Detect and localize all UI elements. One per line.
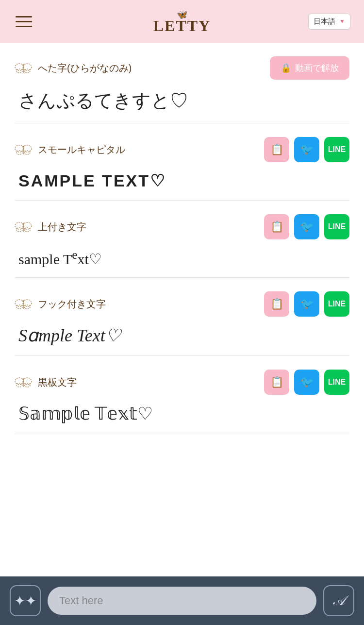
copy-icon-3: 📋: [270, 298, 283, 310]
section-hook-title: フック付き文字: [38, 298, 106, 311]
line-button-hook[interactable]: LINE: [324, 291, 349, 317]
section-title-area-2: スモールキャピタル: [15, 143, 125, 156]
section-hook: フック付き文字 📋 🐦 LINE Sɑmple Text♡: [15, 278, 349, 356]
hamburger-line-3: [16, 26, 32, 27]
section-heta-actions: 🔒 動画で解放: [270, 56, 349, 80]
section-small-caps: スモールキャピタル 📋 🐦 LINE SAMPLE TEXT♡: [15, 123, 349, 201]
butterfly-icon: [15, 61, 32, 75]
chevron-down-icon: ▼: [339, 18, 345, 25]
line-label: LINE: [328, 145, 346, 154]
svg-point-15: [24, 228, 30, 232]
twitter-icon-4: 🐦: [300, 376, 314, 389]
svg-point-14: [17, 228, 22, 232]
twitter-icon: 🐦: [300, 143, 314, 156]
twitter-icon-3: 🐦: [300, 298, 314, 310]
section-heta-title: へた字(ひらがなのみ): [38, 62, 132, 75]
hamburger-line-2: [16, 21, 32, 22]
section-title-area-5: 黒板文字: [15, 375, 77, 389]
twitter-button-small-caps[interactable]: 🐦: [294, 137, 319, 162]
section-superscript-header: 上付き文字 📋 🐦 LINE: [15, 214, 349, 239]
section-superscript: 上付き文字 📋 🐦 LINE sample Text♡: [15, 201, 349, 278]
section-small-caps-header: スモールキャピタル 📋 🐦 LINE: [15, 137, 349, 162]
twitter-button-superscript[interactable]: 🐦: [294, 214, 319, 239]
section-small-caps-actions: 📋 🐦 LINE: [264, 137, 349, 162]
svg-point-23: [22, 300, 24, 302]
copy-icon-2: 📋: [270, 220, 283, 233]
logo: 🦋 LETTY: [153, 9, 211, 34]
unlock-label: 動画で解放: [295, 62, 339, 74]
logo-text: LETTY: [153, 18, 211, 34]
section-small-caps-title: スモールキャピタル: [38, 143, 125, 156]
svg-point-3: [24, 69, 30, 73]
copy-icon: 📋: [270, 143, 283, 156]
hamburger-button[interactable]: [14, 14, 34, 29]
heta-preview: さんぷるてきすと♡: [15, 88, 349, 113]
svg-point-9: [24, 151, 30, 154]
line-button-blackboard[interactable]: LINE: [324, 370, 349, 395]
butterfly-icon-2: [15, 143, 32, 156]
small-caps-preview: SAMPLE TEXT♡: [15, 171, 349, 190]
svg-point-2: [17, 69, 22, 73]
twitter-button-blackboard[interactable]: 🐦: [294, 370, 319, 395]
svg-point-21: [24, 305, 30, 309]
copy-icon-4: 📋: [270, 376, 283, 389]
line-label-2: LINE: [328, 222, 346, 231]
superscript-preview: sample Text♡: [15, 248, 349, 268]
butterfly-icon-4: [15, 297, 32, 311]
svg-point-8: [17, 151, 22, 154]
twitter-icon-2: 🐦: [300, 220, 314, 233]
line-button-superscript[interactable]: LINE: [324, 214, 349, 239]
twitter-button-hook[interactable]: 🐦: [294, 291, 319, 317]
section-blackboard-title: 黒板文字: [38, 376, 77, 389]
section-superscript-actions: 📋 🐦 LINE: [264, 214, 349, 239]
copy-button-superscript[interactable]: 📋: [264, 214, 289, 239]
section-title-area-4: フック付き文字: [15, 297, 106, 311]
text-input[interactable]: Text here: [48, 587, 316, 615]
line-label-3: LINE: [328, 300, 346, 308]
svg-point-29: [22, 378, 24, 380]
line-button-small-caps[interactable]: LINE: [324, 137, 349, 162]
section-hook-header: フック付き文字 📋 🐦 LINE: [15, 291, 349, 317]
svg-point-11: [22, 146, 24, 148]
section-blackboard: 黒板文字 📋 🐦 LINE 𝕊𝕒𝕞𝕡𝕝𝕖 𝕋𝕖𝕩𝕥♡: [15, 356, 349, 434]
section-hook-actions: 📋 🐦 LINE: [264, 291, 349, 317]
section-blackboard-header: 黒板文字 📋 🐦 LINE: [15, 370, 349, 395]
svg-point-27: [24, 383, 30, 387]
copy-button-small-caps[interactable]: 📋: [264, 137, 289, 162]
section-blackboard-actions: 📋 🐦 LINE: [264, 370, 349, 395]
butterfly-icon-3: [15, 220, 32, 234]
font-style-icon: 𝒜: [333, 593, 345, 609]
copy-button-blackboard[interactable]: 📋: [264, 370, 289, 395]
section-superscript-title: 上付き文字: [38, 220, 86, 234]
main-content: へた字(ひらがなのみ) 🔒 動画で解放 さんぷるてきすと♡: [0, 43, 364, 492]
butterfly-icon-5: [15, 375, 32, 389]
hamburger-line-1: [16, 16, 32, 17]
sparkle-button[interactable]: ✦✦: [10, 585, 41, 616]
blackboard-preview: 𝕊𝕒𝕞𝕡𝕝𝕖 𝕋𝕖𝕩𝕥♡: [15, 404, 349, 424]
font-style-button[interactable]: 𝒜: [323, 585, 354, 616]
text-input-placeholder: Text here: [59, 594, 103, 607]
sparkle-icon: ✦✦: [14, 593, 36, 609]
bottom-bar: ✦✦ Text here 𝒜: [0, 576, 364, 625]
language-label: 日本語: [314, 17, 335, 26]
section-title-area-3: 上付き文字: [15, 220, 86, 234]
section-title-area: へた字(ひらがなのみ): [15, 61, 132, 75]
language-selector[interactable]: 日本語 ▼: [308, 14, 350, 30]
svg-point-20: [17, 305, 22, 309]
svg-point-26: [17, 383, 22, 387]
svg-point-5: [22, 64, 24, 66]
lock-icon: 🔒: [281, 63, 291, 73]
section-heta-header: へた字(ひらがなのみ) 🔒 動画で解放: [15, 56, 349, 80]
line-label-4: LINE: [328, 378, 346, 387]
unlock-button[interactable]: 🔒 動画で解放: [270, 56, 349, 80]
app-header: 🦋 LETTY 日本語 ▼: [0, 0, 364, 43]
svg-point-17: [22, 223, 24, 225]
section-heta: へた字(ひらがなのみ) 🔒 動画で解放 さんぷるてきすと♡: [15, 43, 349, 123]
hook-preview: Sɑmple Text♡: [15, 325, 349, 346]
copy-button-hook[interactable]: 📋: [264, 291, 289, 317]
